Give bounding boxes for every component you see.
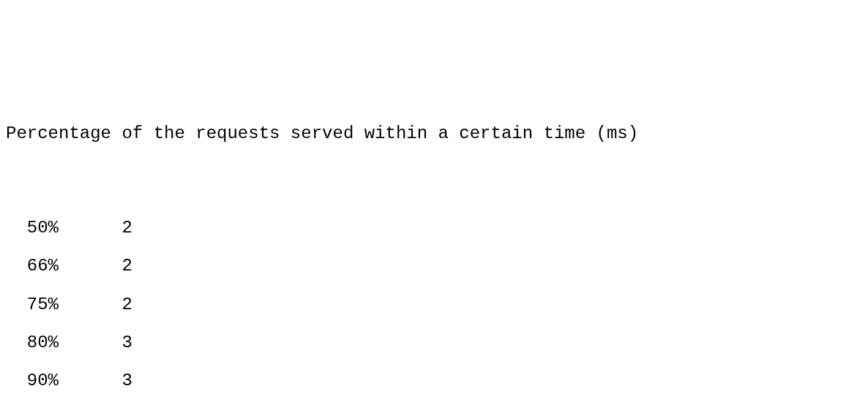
percentile-value: 3 bbox=[59, 329, 132, 357]
percentile-rows: 50%266%275%280%390%395%398%31599%490100%… bbox=[6, 214, 862, 405]
percentile-row: 66%2 bbox=[6, 252, 862, 280]
percentile-value: 2 bbox=[59, 252, 132, 280]
percentile-label: 80% bbox=[6, 329, 59, 357]
percentile-value: 2 bbox=[59, 291, 132, 319]
percentile-value: 3 bbox=[59, 367, 132, 395]
percentile-label: 66% bbox=[6, 252, 59, 280]
percentile-row: 80%3 bbox=[6, 329, 862, 357]
percentile-header: Percentage of the requests served within… bbox=[6, 120, 862, 148]
percentile-label: 50% bbox=[6, 214, 59, 242]
percentile-row: 50%2 bbox=[6, 214, 862, 242]
percentile-row: 90%3 bbox=[6, 367, 862, 395]
percentile-label: 75% bbox=[6, 291, 59, 319]
percentile-label: 90% bbox=[6, 367, 59, 395]
percentile-row: 75%2 bbox=[6, 291, 862, 319]
percentile-value: 2 bbox=[59, 214, 132, 242]
